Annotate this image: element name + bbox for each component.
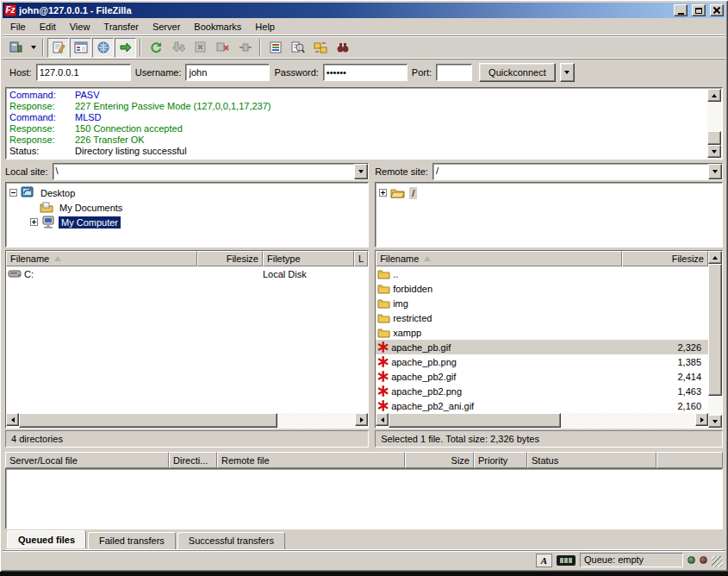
tab-failed-transfers[interactable]: Failed transfers	[88, 532, 176, 549]
scroll-up-button[interactable]	[707, 89, 721, 102]
scrollbar-thumb[interactable]	[708, 264, 722, 396]
message-log[interactable]: Command:PASV Response:227 Entering Passi…	[5, 87, 723, 160]
cancel-button[interactable]	[190, 38, 211, 58]
local-tree[interactable]: Desktop My Documents My Computer	[5, 182, 369, 247]
tree-item-root[interactable]: /	[379, 185, 720, 200]
transfer-type-indicator[interactable]: A	[536, 554, 552, 567]
menu-file[interactable]: File	[3, 19, 33, 34]
minimize-button[interactable]	[674, 4, 688, 16]
folder-row[interactable]: xampp	[376, 325, 708, 340]
toggle-local-tree-button[interactable]	[70, 38, 91, 58]
menu-view[interactable]: View	[63, 19, 97, 34]
collapse-expander-icon[interactable]	[9, 189, 17, 197]
expand-expander-icon[interactable]	[30, 218, 38, 226]
pane-splitter[interactable]	[369, 162, 375, 448]
scrollbar-thumb[interactable]	[389, 413, 561, 428]
menu-help[interactable]: Help	[248, 19, 282, 34]
scrollbar-track[interactable]	[561, 413, 695, 428]
username-input[interactable]	[185, 64, 270, 81]
file-row[interactable]: apache_pb2_ani.gif2,160	[376, 398, 708, 413]
column-remote-file[interactable]: Remote file	[217, 452, 405, 468]
refresh-button[interactable]	[145, 38, 166, 58]
tree-item-my-computer[interactable]: My Computer	[9, 215, 366, 229]
disconnect-button[interactable]	[212, 38, 233, 58]
queue-list-body[interactable]	[5, 468, 723, 529]
column-filesize[interactable]: Filesize	[197, 251, 263, 266]
remote-vertical-scrollbar[interactable]	[708, 251, 722, 428]
scroll-up-button[interactable]	[708, 251, 722, 264]
remote-tree[interactable]: /	[375, 182, 723, 247]
tab-queued-files[interactable]: Queued files	[7, 530, 86, 548]
local-site-combo[interactable]: \	[53, 163, 370, 180]
tree-item-my-documents[interactable]: My Documents	[9, 200, 366, 215]
directory-comparison-button[interactable]	[287, 38, 308, 58]
menu-transfer[interactable]: Transfer	[96, 19, 146, 34]
column-server-local-file[interactable]: Server/Local file	[5, 452, 169, 468]
column-filetype[interactable]: Filetype	[263, 251, 354, 266]
scrollbar-track[interactable]	[277, 413, 355, 428]
remote-list-body[interactable]: .. forbidden img restricted xampp apache…	[376, 266, 708, 413]
column-size[interactable]: Size	[405, 452, 474, 468]
file-row-c-drive[interactable]: C: Local Disk	[6, 266, 368, 281]
quickconnect-dropdown-button[interactable]	[560, 63, 575, 82]
close-button[interactable]	[710, 4, 724, 16]
combo-dropdown-button[interactable]	[354, 164, 368, 179]
column-priority[interactable]: Priority	[474, 452, 527, 468]
find-files-button[interactable]	[332, 38, 353, 58]
reconnect-button[interactable]	[234, 38, 256, 58]
column-filesize[interactable]: Filesize	[622, 251, 708, 266]
scroll-left-button[interactable]	[6, 413, 19, 426]
folder-row[interactable]: forbidden	[376, 281, 708, 296]
app-icon[interactable]: Fz	[4, 4, 16, 16]
toggle-remote-tree-button[interactable]	[92, 38, 114, 58]
tree-item-desktop[interactable]: Desktop	[9, 185, 366, 200]
menu-bookmarks[interactable]: Bookmarks	[187, 19, 248, 34]
file-row-selected[interactable]: apache_pb.gif2,326	[376, 340, 708, 354]
log-row: Command:MLSD	[9, 112, 705, 123]
toggle-transfer-queue-button[interactable]	[115, 38, 136, 58]
scroll-down-button[interactable]	[708, 415, 722, 428]
resize-grip[interactable]	[712, 556, 723, 567]
file-row[interactable]: apache_pb2.gif2,414	[376, 369, 708, 384]
scroll-right-button[interactable]	[355, 413, 368, 426]
menu-edit[interactable]: Edit	[33, 19, 63, 34]
tab-successful-transfers[interactable]: Successful transfers	[177, 532, 285, 549]
port-input[interactable]	[436, 64, 472, 81]
site-manager-button[interactable]	[5, 38, 27, 58]
sort-ascending-icon	[424, 256, 431, 261]
menu-server[interactable]: Server	[146, 19, 187, 34]
column-direction[interactable]: Directi...	[169, 452, 217, 468]
column-status[interactable]: Status	[527, 452, 656, 468]
local-list-body[interactable]: C: Local Disk	[6, 266, 368, 413]
desktop-icon	[21, 186, 34, 199]
folder-row[interactable]: img	[376, 296, 708, 310]
synchronized-browsing-button[interactable]	[309, 38, 331, 58]
log-scrollbar[interactable]	[707, 89, 721, 158]
scrollbar-thumb[interactable]	[19, 413, 277, 428]
column-filename[interactable]: Filename	[376, 251, 622, 266]
scrollbar-thumb[interactable]	[707, 131, 721, 145]
password-input[interactable]	[323, 64, 408, 81]
folder-row[interactable]: restricted	[376, 310, 708, 325]
speed-limits-icon[interactable]	[557, 555, 576, 566]
file-row[interactable]: apache_pb.png1,385	[376, 354, 708, 369]
remote-site-combo[interactable]: /	[432, 163, 723, 180]
remote-horizontal-scrollbar[interactable]	[376, 413, 708, 428]
scroll-right-button[interactable]	[695, 413, 708, 426]
scroll-down-button[interactable]	[707, 145, 721, 158]
scroll-left-button[interactable]	[376, 413, 389, 426]
local-horizontal-scrollbar[interactable]	[6, 413, 368, 428]
expand-expander-icon[interactable]	[379, 189, 387, 197]
filter-button[interactable]	[264, 38, 286, 58]
file-row[interactable]: apache_pb2.png1,463	[376, 384, 708, 398]
host-input[interactable]	[36, 64, 131, 81]
toggle-message-log-button[interactable]	[47, 38, 69, 58]
column-last-modified[interactable]: L	[354, 251, 368, 266]
column-filename[interactable]: Filename	[6, 251, 197, 266]
quickconnect-button[interactable]: Quickconnect	[479, 63, 556, 82]
folder-row[interactable]: ..	[376, 266, 708, 281]
site-manager-dropdown-button[interactable]	[28, 38, 39, 58]
combo-dropdown-button[interactable]	[708, 164, 722, 179]
maximize-button[interactable]	[692, 4, 706, 16]
process-queue-button[interactable]	[167, 38, 189, 58]
